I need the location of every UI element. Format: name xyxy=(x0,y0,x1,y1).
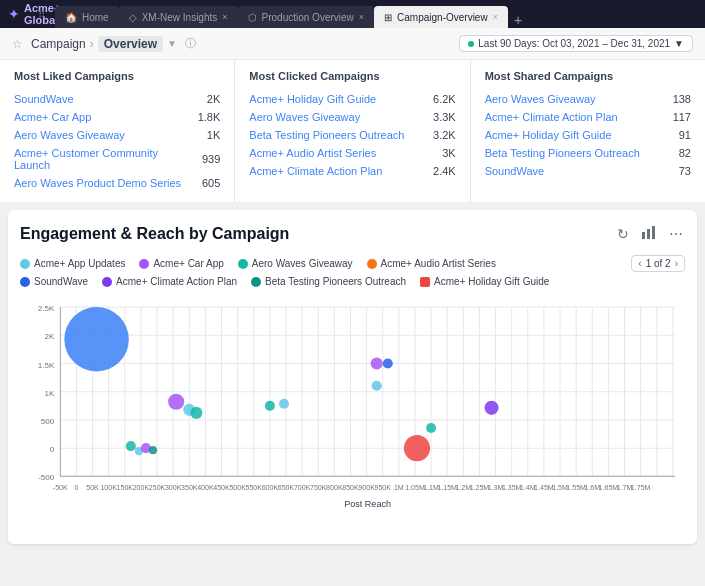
bubble-carapp-3[interactable] xyxy=(371,357,383,369)
list-item: Aero Waves Giveaway 138 xyxy=(485,90,691,108)
most-clicked-item-3-value: 3K xyxy=(421,147,456,159)
most-shared-item-4-link[interactable]: SoundWave xyxy=(485,165,656,177)
most-clicked-item-3-link[interactable]: Acme+ Audio Artist Series xyxy=(249,147,420,159)
list-item: Beta Testing Pioneers Outreach 3.2K xyxy=(249,126,455,144)
list-item: Acme+ Audio Artist Series 3K xyxy=(249,144,455,162)
x-label-155m: 1.55M xyxy=(566,484,586,491)
legend-dot-climate xyxy=(102,277,112,287)
info-icon[interactable]: ⓘ xyxy=(185,36,196,51)
legend-item-car-app: Acme+ Car App xyxy=(139,258,223,269)
x-label-200k: 200K xyxy=(133,484,150,491)
list-item: Acme+ Holiday Gift Guide 6.2K xyxy=(249,90,455,108)
tab-production-close[interactable]: × xyxy=(359,12,364,22)
y-label-1500: 1.5K xyxy=(38,361,55,370)
x-label-125m: 1.25M xyxy=(470,484,490,491)
x-label-135m: 1.35M xyxy=(502,484,522,491)
tab-campaign-label: Campaign-Overview xyxy=(397,12,488,23)
top-bar: ✦ Acme+ Global ▼ ⠿ 🏠 Home ◇ XM-New Insig… xyxy=(0,0,705,28)
legend-dot-soundwave xyxy=(20,277,30,287)
bubble-carapp-2[interactable] xyxy=(168,394,184,410)
most-clicked-item-0-link[interactable]: Acme+ Holiday Gift Guide xyxy=(249,93,420,105)
most-clicked-item-4-link[interactable]: Acme+ Climate Action Plan xyxy=(249,165,420,177)
legend-dot-aero-waves xyxy=(238,259,248,269)
most-clicked-item-1-link[interactable]: Aero Waves Giveaway xyxy=(249,111,420,123)
most-shared-item-0-link[interactable]: Aero Waves Giveaway xyxy=(485,93,656,105)
most-liked-title: Most Liked Campaigns xyxy=(14,70,220,82)
most-liked-item-4-link[interactable]: Aero Waves Product Demo Series xyxy=(14,177,185,189)
breadcrumb-arrow[interactable]: ▼ xyxy=(167,38,177,49)
most-shared-item-1-value: 117 xyxy=(656,111,691,123)
bubble-chart-svg: Total Engagements xyxy=(20,297,685,529)
legend-label-aero-waves: Aero Waves Giveaway xyxy=(252,258,353,269)
bubble-aero-2[interactable] xyxy=(190,407,202,419)
tab-campaign[interactable]: ⊞ Campaign-Overview × xyxy=(374,6,508,28)
y-label-500: 500 xyxy=(41,417,55,426)
most-shared-item-2-link[interactable]: Acme+ Holiday Gift Guide xyxy=(485,129,656,141)
list-item: Acme+ Holiday Gift Guide 91 xyxy=(485,126,691,144)
legend-next-button[interactable]: › xyxy=(675,258,678,269)
x-label-800k: 800K xyxy=(326,484,343,491)
refresh-button[interactable]: ↻ xyxy=(615,224,631,244)
tab-xm[interactable]: ◇ XM-New Insights × xyxy=(119,6,238,28)
legend-label-audio-artist: Acme+ Audio Artist Series xyxy=(381,258,496,269)
most-liked-item-0-link[interactable]: SoundWave xyxy=(14,93,185,105)
legend-item-soundwave: SoundWave xyxy=(20,276,88,287)
bubble-appupdates-3[interactable] xyxy=(279,399,289,409)
favorite-icon[interactable]: ☆ xyxy=(12,37,23,51)
x-label-350k: 350K xyxy=(181,484,198,491)
legend-row-2: SoundWave Acme+ Climate Action Plan Beta… xyxy=(20,276,685,287)
most-liked-item-4-value: 605 xyxy=(185,177,220,189)
most-liked-item-2-link[interactable]: Aero Waves Giveaway xyxy=(14,129,185,141)
tab-xm-close[interactable]: × xyxy=(222,12,227,22)
bubble-soundwave-2[interactable] xyxy=(383,358,393,368)
breadcrumb-overview[interactable]: Overview xyxy=(98,36,163,52)
most-clicked-item-2-link[interactable]: Beta Testing Pioneers Outreach xyxy=(249,129,420,141)
bubble-aero-1[interactable] xyxy=(126,441,136,451)
most-shared-item-3-link[interactable]: Beta Testing Pioneers Outreach xyxy=(485,147,656,159)
most-liked-item-1-link[interactable]: Acme+ Car App xyxy=(14,111,185,123)
date-filter[interactable]: Last 90 Days: Oct 03, 2021 – Dec 31, 202… xyxy=(459,35,693,52)
x-label-850k: 850K xyxy=(342,484,359,491)
most-shared-item-2-value: 91 xyxy=(656,129,691,141)
legend-label-beta: Beta Testing Pioneers Outreach xyxy=(265,276,406,287)
legend-prev-button[interactable]: ‹ xyxy=(638,258,641,269)
x-label-250k: 250K xyxy=(149,484,166,491)
list-item: Aero Waves Giveaway 3.3K xyxy=(249,108,455,126)
new-tab-button[interactable]: + xyxy=(508,12,528,28)
x-label-450k: 450K xyxy=(213,484,230,491)
legend-label-car-app: Acme+ Car App xyxy=(153,258,223,269)
bubble-appupdates-4[interactable] xyxy=(372,381,382,391)
x-label-950k: 950K xyxy=(374,484,391,491)
tab-home[interactable]: 🏠 Home xyxy=(55,6,119,28)
stats-row: Most Liked Campaigns SoundWave 2K Acme+ … xyxy=(0,60,705,202)
bubble-beta-1[interactable] xyxy=(149,446,157,454)
most-liked-list: SoundWave 2K Acme+ Car App 1.8K Aero Wav… xyxy=(14,90,220,192)
most-liked-item-2-value: 1K xyxy=(185,129,220,141)
tab-home-label: Home xyxy=(82,12,109,23)
chart-type-button[interactable] xyxy=(639,222,659,245)
y-label-1000: 1K xyxy=(44,389,54,398)
bubble-climate[interactable] xyxy=(484,401,498,415)
chart-actions: ↻ ⋯ xyxy=(615,222,685,245)
most-shared-item-1-link[interactable]: Acme+ Climate Action Plan xyxy=(485,111,656,123)
most-clicked-item-4-value: 2.4K xyxy=(421,165,456,177)
tab-campaign-close[interactable]: × xyxy=(493,12,498,22)
tab-production[interactable]: ⬡ Production Overview × xyxy=(238,6,375,28)
svg-rect-0 xyxy=(642,232,645,239)
bubble-soundwave[interactable] xyxy=(64,307,128,371)
bubble-holiday[interactable] xyxy=(404,435,430,461)
x-label-600k: 600K xyxy=(262,484,279,491)
list-item: Beta Testing Pioneers Outreach 82 xyxy=(485,144,691,162)
legend-label-soundwave: SoundWave xyxy=(34,276,88,287)
y-label-0: 0 xyxy=(50,445,55,454)
breadcrumb-sep: › xyxy=(90,37,94,51)
x-label-500k: 500K xyxy=(229,484,246,491)
chart-section: Engagement & Reach by Campaign ↻ ⋯ Acme+… xyxy=(8,210,697,544)
most-liked-item-3-link[interactable]: Acme+ Customer Community Launch xyxy=(14,147,185,171)
svg-rect-2 xyxy=(652,226,655,239)
bubble-aero-4[interactable] xyxy=(426,423,436,433)
more-options-button[interactable]: ⋯ xyxy=(667,224,685,244)
bubble-aero-3[interactable] xyxy=(265,401,275,411)
breadcrumb-campaign[interactable]: Campaign xyxy=(31,37,86,51)
x-axis-title: Post Reach xyxy=(344,499,391,509)
